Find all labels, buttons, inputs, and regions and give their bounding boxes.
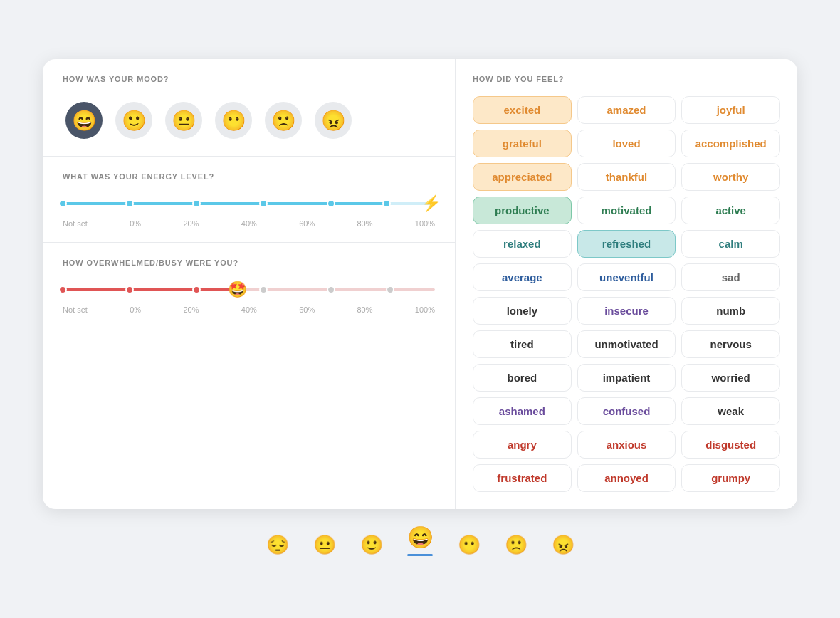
mood-face-3[interactable]: 😶 <box>215 102 252 139</box>
feeling-chip-productive[interactable]: productive <box>473 197 572 224</box>
left-panel: HOW WAS YOUR MOOD? 😄🙂😐😶🙁😠 WHAT WAS YOUR … <box>43 59 456 509</box>
nav-item-2[interactable]: 🙂 <box>360 534 383 556</box>
mood-faces: 😄🙂😐😶🙁😠 <box>63 96 435 139</box>
energy-filled <box>63 202 387 205</box>
nav-underline <box>407 554 433 556</box>
feeling-chip-anxious[interactable]: anxious <box>577 431 676 459</box>
feeling-chip-average[interactable]: average <box>473 263 572 291</box>
feeling-chip-nervous[interactable]: nervous <box>681 330 780 358</box>
feeling-chip-worthy[interactable]: worthy <box>681 163 780 191</box>
feeling-chip-joyful[interactable]: joyful <box>681 96 780 124</box>
overwhelm-filled <box>63 288 238 291</box>
feeling-chip-uneventful[interactable]: uneventful <box>577 263 676 291</box>
feelings-label: HOW DID YOU FEEL? <box>473 75 780 83</box>
mood-face-1[interactable]: 🙂 <box>115 102 152 139</box>
overwhelm-track: 🤩 <box>63 288 435 291</box>
feeling-chip-angry[interactable]: angry <box>473 431 572 459</box>
nav-icon-2: 🙂 <box>360 534 383 556</box>
nav-item-1[interactable]: 😐 <box>313 534 336 556</box>
overwhelm-slider-container[interactable]: 🤩 <box>63 280 435 300</box>
feeling-chip-thankful[interactable]: thankful <box>577 163 676 191</box>
energy-slider-container[interactable]: ⚡ <box>63 194 435 214</box>
mood-label: HOW WAS YOUR MOOD? <box>63 75 435 83</box>
feeling-chip-relaxed[interactable]: relaxed <box>473 230 572 258</box>
overwhelm-label-item: 80% <box>357 305 373 314</box>
feeling-chip-worried[interactable]: worried <box>681 364 780 392</box>
feeling-chip-refreshed[interactable]: refreshed <box>577 230 676 258</box>
nav-item-4[interactable]: 😶 <box>458 534 481 556</box>
energy-label-item: 60% <box>299 219 315 228</box>
energy-label-item: 20% <box>183 219 199 228</box>
overwhelm-emoji: 🤩 <box>228 281 247 299</box>
overwhelm-dot-start <box>58 286 67 294</box>
energy-label-item: 100% <box>415 219 435 228</box>
right-panel: HOW DID YOU FEEL? excitedamazedjoyfulgra… <box>456 59 797 509</box>
energy-label-item: 80% <box>357 219 373 228</box>
overwhelm-label-item: 0% <box>130 305 141 314</box>
energy-icon: ⚡ <box>421 194 441 213</box>
feeling-chip-frustrated[interactable]: frustrated <box>473 464 572 492</box>
overwhelm-label-item: Not set <box>63 305 88 314</box>
feeling-chip-grumpy[interactable]: grumpy <box>681 464 780 492</box>
energy-label-item: Not set <box>63 219 88 228</box>
overwhelm-label-item: 60% <box>299 305 315 314</box>
feeling-chip-calm[interactable]: calm <box>681 230 780 258</box>
energy-dot-1 <box>125 199 134 208</box>
feeling-chip-motivated[interactable]: motivated <box>577 197 676 224</box>
nav-icon-3: 😄 <box>407 525 434 550</box>
overwhelm-label-item: 20% <box>183 305 199 314</box>
overwhelm-dot-3 <box>259 286 268 294</box>
nav-icon-0: 😔 <box>266 534 289 556</box>
energy-dot-4 <box>327 199 335 208</box>
energy-label-item: 0% <box>130 219 141 228</box>
overwhelm-dot-5 <box>386 286 394 294</box>
feeling-chip-loved[interactable]: loved <box>577 130 676 157</box>
overwhelm-dot-2 <box>192 286 201 294</box>
feeling-chip-annoyed[interactable]: annoyed <box>577 464 676 492</box>
energy-dot-0 <box>58 199 67 208</box>
energy-track: ⚡ <box>63 202 435 205</box>
energy-label-item: 40% <box>241 219 257 228</box>
feeling-chip-confused[interactable]: confused <box>577 397 676 425</box>
feelings-grid: excitedamazedjoyfulgratefullovedaccompli… <box>473 96 780 492</box>
nav-item-0[interactable]: 😔 <box>266 534 289 556</box>
feeling-chip-ashamed[interactable]: ashamed <box>473 397 572 425</box>
feeling-chip-bored[interactable]: bored <box>473 364 572 392</box>
feeling-chip-weak[interactable]: weak <box>681 397 780 425</box>
energy-section: WHAT WAS YOUR ENERGY LEVEL? ⚡ Not set0%2… <box>43 157 455 243</box>
overwhelm-dot-4 <box>327 286 335 294</box>
nav-item-6[interactable]: 😠 <box>552 534 574 556</box>
nav-item-5[interactable]: 🙁 <box>505 534 527 556</box>
overwhelm-label: HOW OVERWHELMED/BUSY WERE YOU? <box>63 258 435 267</box>
mood-face-5[interactable]: 😠 <box>315 102 352 139</box>
feeling-chip-appreciated[interactable]: appreciated <box>473 163 572 191</box>
feeling-chip-numb[interactable]: numb <box>681 297 780 325</box>
energy-label: WHAT WAS YOUR ENERGY LEVEL? <box>63 172 435 181</box>
overwhelm-label-item: 40% <box>241 305 257 314</box>
feeling-chip-active[interactable]: active <box>681 197 780 224</box>
feeling-chip-impatient[interactable]: impatient <box>577 364 676 392</box>
feeling-chip-tired[interactable]: tired <box>473 330 572 358</box>
overwhelm-section: HOW OVERWHELMED/BUSY WERE YOU? 🤩 Not set… <box>43 243 455 328</box>
mood-face-2[interactable]: 😐 <box>165 102 202 139</box>
feeling-chip-disgusted[interactable]: disgusted <box>681 431 780 459</box>
nav-item-3[interactable]: 😄 <box>407 525 434 556</box>
feeling-chip-unmotivated[interactable]: unmotivated <box>577 330 676 358</box>
nav-icon-5: 🙁 <box>505 534 527 556</box>
main-card: HOW WAS YOUR MOOD? 😄🙂😐😶🙁😠 WHAT WAS YOUR … <box>43 59 797 509</box>
feeling-chip-grateful[interactable]: grateful <box>473 130 572 157</box>
overwhelm-dot-1 <box>125 286 134 294</box>
feeling-chip-insecure[interactable]: insecure <box>577 297 676 325</box>
energy-dot-5 <box>382 199 391 208</box>
energy-labels: Not set0%20%40%60%80%100% <box>63 219 435 228</box>
feeling-chip-sad[interactable]: sad <box>681 263 780 291</box>
feeling-chip-accomplished[interactable]: accomplished <box>681 130 780 157</box>
energy-dot-2 <box>192 199 201 208</box>
mood-face-0[interactable]: 😄 <box>65 102 103 139</box>
feeling-chip-amazed[interactable]: amazed <box>577 96 676 124</box>
nav-icon-6: 😠 <box>552 534 574 556</box>
feeling-chip-excited[interactable]: excited <box>473 96 572 124</box>
feeling-chip-lonely[interactable]: lonely <box>473 297 572 325</box>
mood-face-4[interactable]: 🙁 <box>265 102 302 139</box>
mood-section: HOW WAS YOUR MOOD? 😄🙂😐😶🙁😠 <box>43 59 455 157</box>
